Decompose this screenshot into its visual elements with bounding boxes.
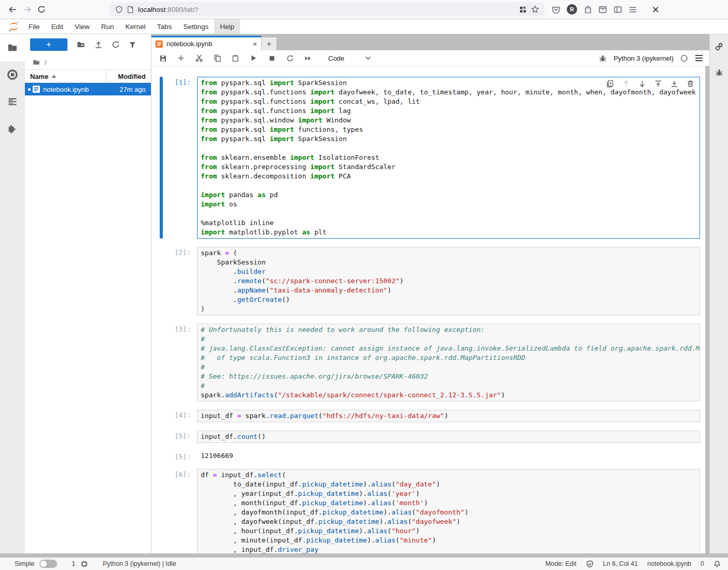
cell-editor[interactable]: from pyspark.sql import SparkSessionfrom… bbox=[197, 77, 700, 239]
upload-icon[interactable] bbox=[94, 40, 103, 49]
cell-type-dropdown[interactable]: Code bbox=[328, 54, 371, 62]
mode-indicator[interactable]: Mode: Edit bbox=[545, 560, 577, 567]
menu-file[interactable]: File bbox=[23, 19, 46, 34]
menu-help[interactable]: Help bbox=[214, 19, 240, 34]
output-text: 12106669 bbox=[197, 451, 233, 461]
cut-icon[interactable] bbox=[194, 54, 204, 62]
simple-mode-label: Simple bbox=[15, 560, 34, 567]
refresh-icon[interactable] bbox=[111, 40, 120, 49]
grid-icon[interactable] bbox=[519, 6, 527, 13]
paste-icon[interactable] bbox=[230, 54, 241, 62]
menu-settings[interactable]: Settings bbox=[177, 19, 214, 34]
addon-icon[interactable] bbox=[583, 5, 592, 14]
add-cell-icon[interactable] bbox=[176, 54, 186, 62]
archive-icon[interactable] bbox=[598, 5, 607, 14]
kernel-count[interactable]: 1 bbox=[72, 560, 75, 567]
forward-button[interactable] bbox=[20, 2, 34, 17]
code-cell[interactable]: [5]:input_df.count() bbox=[160, 430, 700, 443]
sidebar-toggle-icon[interactable] bbox=[613, 5, 622, 14]
menu-hamburger-icon[interactable] bbox=[628, 5, 637, 14]
dock-panel: notebook.ipynb × + bbox=[151, 34, 709, 553]
filter-icon[interactable] bbox=[129, 41, 136, 49]
column-modified[interactable]: Modified bbox=[106, 73, 151, 80]
menu-kernel[interactable]: Kernel bbox=[120, 19, 151, 34]
kernel-status-icon[interactable] bbox=[680, 54, 688, 62]
debugger-icon[interactable] bbox=[599, 54, 607, 62]
file-row[interactable]: notebook.ipynb27m ago bbox=[25, 83, 151, 95]
debugger-sidebar-icon[interactable] bbox=[715, 68, 723, 77]
code-cell[interactable]: [4]:input_df = spark.read.parquet("hdfs:… bbox=[160, 410, 700, 422]
menu-run[interactable]: Run bbox=[95, 19, 120, 34]
code-cell[interactable]: [6]:df = input_df.select( to_date(input_… bbox=[160, 469, 700, 553]
bookmark-star-icon[interactable] bbox=[531, 5, 539, 13]
status-bar: Simple 1 Python 3 (ipykernel) | Idle Mod… bbox=[0, 558, 728, 570]
cell-editor[interactable]: spark = ( SparkSession .builder .remote(… bbox=[197, 247, 700, 315]
window-close-icon[interactable] bbox=[652, 6, 660, 13]
new-tab-button[interactable]: + bbox=[262, 37, 276, 50]
url-bar[interactable]: localhost:8080/lab? bbox=[110, 2, 544, 17]
kernel-chip-icon[interactable] bbox=[80, 560, 88, 568]
sidebar-tab-toc[interactable] bbox=[0, 88, 25, 115]
url-text[interactable]: localhost:8080/lab? bbox=[138, 6, 515, 13]
breadcrumb-root[interactable]: / bbox=[45, 59, 47, 66]
file-list-header: Name Modified bbox=[25, 69, 151, 83]
breadcrumb[interactable]: / bbox=[25, 55, 151, 69]
run-icon[interactable] bbox=[248, 54, 259, 62]
sidebar-tab-running[interactable] bbox=[0, 61, 25, 88]
move-down-cell-icon[interactable] bbox=[638, 80, 646, 88]
code-cell[interactable]: [3]:# Unfortunately this is needed to wo… bbox=[160, 324, 700, 401]
restart-kernel-icon[interactable] bbox=[285, 54, 295, 62]
menu-view[interactable]: View bbox=[69, 19, 95, 34]
profile-avatar[interactable]: R bbox=[567, 4, 577, 15]
browser-toolbar: localhost:8080/lab? R bbox=[0, 0, 728, 19]
cell-editor[interactable]: # Unfortunately this is needed to work a… bbox=[197, 324, 700, 401]
back-button[interactable] bbox=[5, 2, 20, 17]
copy-icon[interactable] bbox=[212, 54, 222, 62]
vertical-scrollbar[interactable] bbox=[705, 66, 709, 553]
sort-arrow-icon bbox=[51, 74, 57, 78]
shield-icon[interactable] bbox=[115, 6, 123, 13]
folder-icon bbox=[7, 43, 18, 53]
stop-icon[interactable] bbox=[267, 55, 277, 62]
output-area[interactable]: [5]:12106669 bbox=[160, 451, 700, 461]
notebook-content[interactable]: [1]:from pyspark.sql import SparkSession… bbox=[151, 66, 709, 553]
cursor-position[interactable]: Ln 6, Col 41 bbox=[603, 560, 638, 567]
cell-prompt: [1]: bbox=[163, 77, 197, 239]
page-icon bbox=[127, 6, 134, 13]
cell-editor[interactable]: input_df = spark.read.parquet("hdfs://hd… bbox=[197, 410, 700, 422]
code-cell[interactable]: [1]:from pyspark.sql import SparkSession… bbox=[160, 77, 700, 239]
duplicate-cell-icon[interactable] bbox=[606, 80, 614, 88]
bell-icon[interactable] bbox=[713, 560, 721, 568]
column-name[interactable]: Name bbox=[25, 70, 106, 82]
tab-close-icon[interactable]: × bbox=[253, 39, 257, 48]
insert-above-cell-icon[interactable] bbox=[654, 80, 662, 88]
kernel-name[interactable]: Python 3 (ipykernel) bbox=[613, 54, 674, 62]
menu-edit[interactable]: Edit bbox=[46, 19, 69, 34]
cell-editor[interactable]: df = input_df.select( to_date(input_df.p… bbox=[197, 469, 700, 553]
kernel-status-text[interactable]: Python 3 (ipykernel) | Idle bbox=[103, 560, 176, 567]
notification-count[interactable]: 0 bbox=[701, 560, 704, 567]
new-folder-icon[interactable] bbox=[76, 40, 86, 49]
reload-button[interactable] bbox=[34, 2, 49, 17]
pocket-icon[interactable] bbox=[552, 5, 561, 14]
statusbar-filename[interactable]: notebook.ipynb bbox=[647, 560, 691, 567]
menu-tabs[interactable]: Tabs bbox=[151, 19, 178, 34]
simple-mode-toggle[interactable] bbox=[39, 560, 57, 568]
delete-cell-icon[interactable] bbox=[687, 80, 694, 88]
cell-editor[interactable]: input_df.count() bbox=[197, 430, 700, 443]
property-inspector-icon[interactable] bbox=[714, 41, 724, 52]
tab-notebook[interactable]: notebook.ipynb × bbox=[151, 36, 261, 50]
file-browser-toolbar: + bbox=[25, 34, 151, 55]
save-icon[interactable] bbox=[158, 54, 168, 62]
new-launcher-button[interactable]: + bbox=[30, 38, 67, 51]
sidebar-tab-extensions[interactable] bbox=[0, 115, 25, 142]
code-cell[interactable]: [2]:spark = ( SparkSession .builder .rem… bbox=[160, 247, 700, 315]
move-up-cell-icon[interactable] bbox=[622, 80, 630, 88]
restart-run-all-icon[interactable] bbox=[303, 55, 313, 62]
sidebar-tab-filebrowser[interactable] bbox=[0, 34, 25, 61]
trust-shield-icon[interactable] bbox=[586, 560, 594, 568]
insert-below-cell-icon[interactable] bbox=[670, 80, 678, 88]
cell-prompt: [2]: bbox=[163, 247, 197, 315]
cell-toolbar bbox=[606, 80, 694, 88]
collapse-menu-icon[interactable] bbox=[695, 54, 703, 62]
